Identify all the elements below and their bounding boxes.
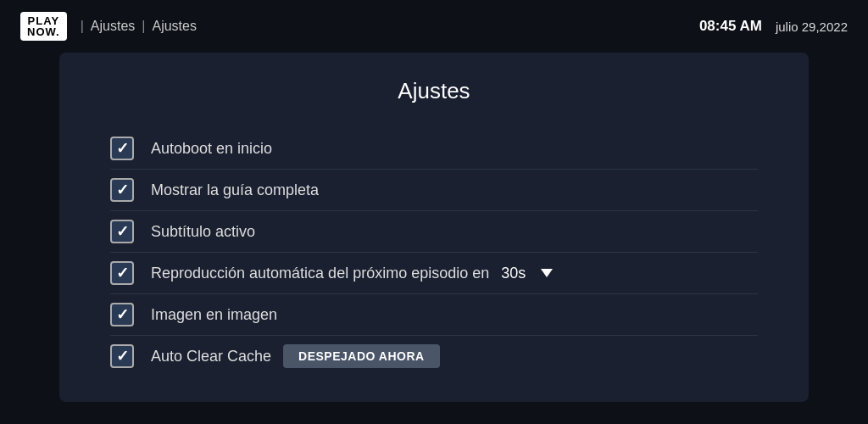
label-autoboot: Autoboot en inicio bbox=[151, 140, 272, 158]
current-time: 08:45 AM bbox=[699, 18, 762, 35]
page-title: Ajustes bbox=[110, 78, 758, 104]
breadcrumb-sep2: | bbox=[142, 19, 145, 34]
header-left: PLAY NOW. | Ajustes | Ajustes bbox=[20, 12, 197, 41]
breadcrumb-item1: Ajustes bbox=[91, 19, 135, 34]
checkbox-autoplay[interactable] bbox=[110, 261, 134, 285]
chevron-down-icon[interactable] bbox=[541, 269, 553, 277]
setting-pip: Imagen en imagen bbox=[110, 294, 758, 335]
setting-subtitles: Subtítulo activo bbox=[110, 211, 758, 252]
checkbox-autoboot[interactable] bbox=[110, 137, 134, 160]
label-subtitles: Subtítulo activo bbox=[151, 223, 255, 241]
label-autoplay: Reproducción automática del próximo epis… bbox=[151, 265, 553, 282]
setting-show-guide: Mostrar la guía completa bbox=[110, 170, 758, 210]
breadcrumb-sep1: | bbox=[81, 19, 84, 34]
header-right: 08:45 AM julio 29,2022 bbox=[699, 18, 848, 35]
settings-list: Autoboot en inicio Mostrar la guía compl… bbox=[110, 128, 758, 377]
current-date: julio 29,2022 bbox=[776, 20, 848, 34]
header: PLAY NOW. | Ajustes | Ajustes 08:45 AM j… bbox=[0, 0, 868, 53]
setting-autoplay: Reproducción automática del próximo epis… bbox=[110, 253, 758, 293]
breadcrumb-item2: Ajustes bbox=[152, 19, 196, 34]
checkbox-pip[interactable] bbox=[110, 303, 134, 326]
logo-now-text: NOW. bbox=[27, 26, 60, 37]
logo: PLAY NOW. bbox=[20, 12, 67, 41]
label-pip: Imagen en imagen bbox=[151, 306, 277, 324]
clear-cache-button[interactable]: DESPEJADO AHORA bbox=[283, 344, 440, 368]
label-auto-clear-cache: Auto Clear Cache DESPEJADO AHORA bbox=[151, 344, 440, 368]
checkbox-subtitles[interactable] bbox=[110, 220, 134, 243]
breadcrumb: | Ajustes | Ajustes bbox=[81, 19, 197, 34]
checkbox-auto-clear-cache[interactable] bbox=[110, 344, 134, 368]
setting-auto-clear-cache: Auto Clear Cache DESPEJADO AHORA bbox=[110, 336, 758, 377]
settings-panel: Ajustes Autoboot en inicio Mostrar la gu… bbox=[59, 53, 809, 402]
setting-autoboot: Autoboot en inicio bbox=[110, 128, 758, 169]
label-show-guide: Mostrar la guía completa bbox=[151, 181, 319, 199]
autoplay-dropdown-value[interactable]: 30s bbox=[501, 265, 526, 282]
checkbox-show-guide[interactable] bbox=[110, 178, 134, 202]
